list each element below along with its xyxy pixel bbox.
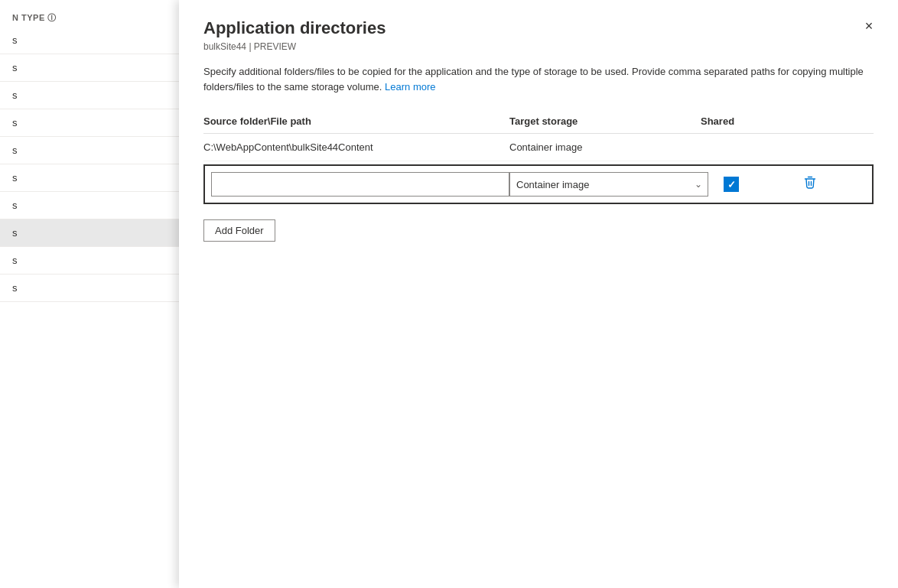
sidebar-item-label-0: s [12, 34, 18, 46]
sidebar-item-label-9: s [12, 282, 18, 294]
trash-icon [804, 176, 816, 193]
sidebar-item-3[interactable]: s [0, 109, 181, 137]
edit-target-col: Container image Azure Storage Azure File… [509, 172, 708, 197]
sidebar-item-7[interactable]: s [0, 219, 181, 247]
sidebar-item-label-4: s [12, 145, 18, 156]
learn-more-link[interactable]: Learn more [385, 81, 435, 93]
col-source-header: Source folder\File path [203, 115, 509, 127]
sidebar-item-9[interactable]: s [0, 275, 181, 302]
add-folder-button[interactable]: Add Folder [203, 219, 275, 242]
sidebar-item-label-7: s [12, 227, 18, 239]
edit-shared-col [708, 177, 754, 192]
col-shared-header: Shared [701, 115, 777, 127]
source-path-input[interactable] [211, 172, 509, 197]
sidebar-item-8[interactable]: s [0, 247, 181, 275]
existing-target: Container image [509, 141, 701, 153]
sidebar-item-1[interactable]: s [0, 54, 181, 82]
modal-description: Specify additional folders/files to be c… [179, 52, 898, 109]
sidebar: n type ⓘ s s s s s s s s s s [0, 0, 182, 588]
existing-source: C:\WebAppContent\bulkSite44Content [203, 141, 509, 153]
delete-row-button[interactable] [801, 173, 819, 196]
modal-panel: Application directories bulkSite44 | PRE… [179, 0, 898, 588]
modal-subtitle-suffix: PREVIEW [254, 41, 296, 52]
sidebar-item-2[interactable]: s [0, 82, 181, 109]
edit-row: Container image Azure Storage Azure File… [203, 164, 874, 204]
sidebar-item-label-5: s [12, 172, 18, 184]
target-storage-select[interactable]: Container image Azure Storage Azure File… [509, 172, 708, 197]
existing-data-row: C:\WebAppContent\bulkSite44Content Conta… [203, 134, 874, 161]
target-storage-dropdown-wrapper: Container image Azure Storage Azure File… [509, 172, 708, 197]
shared-checkbox[interactable] [724, 177, 739, 192]
close-button[interactable]: × [858, 15, 880, 37]
sidebar-item-label-8: s [12, 255, 18, 266]
col-target-header: Target storage [509, 115, 701, 127]
sidebar-item-label-1: s [12, 62, 18, 73]
sidebar-item-0[interactable]: s [0, 27, 181, 54]
modal-subtitle-prefix: bulkSite44 [203, 41, 246, 52]
edit-actions-col [754, 173, 866, 196]
table-header: Source folder\File path Target storage S… [203, 109, 874, 134]
sidebar-item-5[interactable]: s [0, 164, 181, 192]
sidebar-item-6[interactable]: s [0, 192, 181, 219]
sidebar-item-label-6: s [12, 200, 18, 211]
modal-title: Application directories [203, 18, 874, 38]
description-text: Specify additional folders/files to be c… [203, 66, 864, 93]
sidebar-item-label-3: s [12, 117, 18, 128]
sidebar-item-4[interactable]: s [0, 137, 181, 164]
modal-header: Application directories bulkSite44 | PRE… [179, 0, 898, 52]
modal-subtitle: bulkSite44 | PREVIEW [203, 41, 874, 52]
edit-source-col [211, 172, 509, 197]
sidebar-section-label: n type ⓘ [0, 0, 181, 27]
sidebar-item-label-2: s [12, 89, 18, 101]
